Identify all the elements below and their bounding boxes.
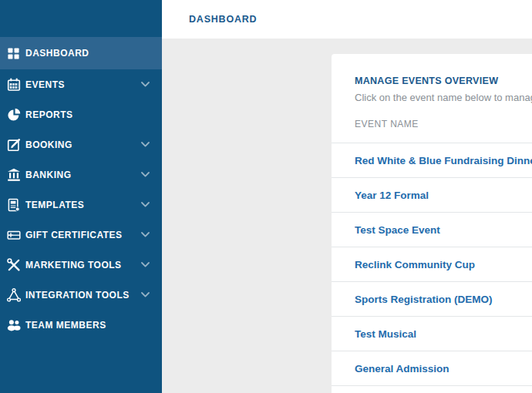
chevron-down-icon: [141, 292, 150, 297]
event-row[interactable]: Test Space Event: [332, 213, 532, 247]
tools-icon: [6, 258, 21, 272]
sidebar-item-label: MARKETING TOOLS: [25, 260, 122, 270]
event-name-link[interactable]: Test Space Event: [355, 224, 440, 236]
sidebar-menu: DASHBOARDEVENTSREPORTSBOOKINGBANKINGTEMP…: [0, 37, 162, 340]
panel-subtitle: Click on the event name below to manage: [355, 92, 532, 103]
sidebar-item-label: INTEGRATION TOOLS: [25, 290, 130, 301]
document-icon: [6, 198, 21, 212]
event-name-link[interactable]: Test Musical: [355, 328, 416, 340]
event-name-link[interactable]: Reclink Community Cup: [355, 259, 475, 270]
sidebar-item-gift-certificates[interactable]: GIFT CERTIFICATES: [0, 220, 162, 250]
panel-title: MANAGE EVENTS OVERVIEW: [355, 76, 532, 86]
sidebar-item-reports[interactable]: REPORTS: [0, 99, 162, 129]
sidebar-item-booking[interactable]: BOOKING: [0, 129, 162, 160]
sidebar-item-label: DASHBOARD: [25, 48, 89, 59]
sidebar-item-banking[interactable]: BANKING: [0, 160, 162, 190]
sidebar: DASHBOARDEVENTSREPORTSBOOKINGBANKINGTEMP…: [0, 0, 162, 393]
event-row[interactable]: General Admission: [332, 351, 532, 386]
sidebar-item-label: TEAM MEMBERS: [25, 320, 106, 331]
people-icon: [6, 318, 21, 332]
sidebar-item-marketing-tools[interactable]: MARKETING TOOLS: [0, 250, 162, 280]
event-row[interactable]: Sports Registration (DEMO): [332, 282, 532, 317]
gift-card-icon: [6, 228, 21, 242]
chevron-down-icon: [141, 82, 150, 87]
event-name-link[interactable]: Sports Registration (DEMO): [355, 294, 493, 305]
chevron-down-icon: [141, 232, 150, 237]
event-name-link[interactable]: General Admission: [355, 363, 450, 375]
event-row[interactable]: Reclink Community Cup: [332, 247, 532, 282]
event-list: Red White & Blue Fundraising DinnerYear …: [332, 143, 532, 386]
edit-icon: [6, 138, 21, 152]
sidebar-item-team-members[interactable]: TEAM MEMBERS: [0, 310, 162, 340]
sidebar-item-integration-tools[interactable]: INTEGRATION TOOLS: [0, 280, 162, 310]
calendar-icon: [6, 78, 21, 92]
event-name-link[interactable]: Year 12 Formal: [355, 190, 429, 201]
chevron-down-icon: [141, 172, 150, 177]
dashboard-icon: [6, 46, 21, 60]
manage-events-panel: MANAGE EVENTS OVERVIEW Click on the even…: [332, 54, 532, 393]
sidebar-item-templates[interactable]: TEMPLATES: [0, 190, 162, 220]
sidebar-item-label: EVENTS: [25, 79, 65, 90]
chevron-down-icon: [141, 202, 150, 207]
app-root: DASHBOARD DASHBOARDEVENTSREPORTSBOOKINGB…: [0, 0, 532, 393]
event-row[interactable]: Year 12 Formal: [332, 178, 532, 213]
sidebar-item-label: BOOKING: [25, 139, 72, 150]
sidebar-item-label: TEMPLATES: [25, 200, 84, 210]
chevron-down-icon: [141, 262, 150, 267]
breadcrumb: DASHBOARD: [162, 0, 532, 39]
event-name-column-header: EVENT NAME: [355, 119, 532, 129]
bank-icon: [6, 168, 21, 182]
event-row[interactable]: Red White & Blue Fundraising Dinner: [332, 143, 532, 178]
sidebar-item-dashboard[interactable]: DASHBOARD: [0, 37, 162, 69]
sidebar-item-label: REPORTS: [25, 109, 73, 120]
event-name-link[interactable]: Red White & Blue Fundraising Dinner: [355, 155, 532, 166]
event-row[interactable]: Test Musical: [332, 317, 532, 351]
sidebar-item-events[interactable]: EVENTS: [0, 69, 162, 99]
chevron-down-icon: [141, 142, 150, 147]
top-bar: DASHBOARD: [162, 0, 532, 39]
network-icon: [6, 288, 21, 302]
sidebar-item-label: BANKING: [25, 170, 72, 180]
pie-chart-icon: [6, 108, 21, 122]
sidebar-item-label: GIFT CERTIFICATES: [25, 230, 123, 240]
